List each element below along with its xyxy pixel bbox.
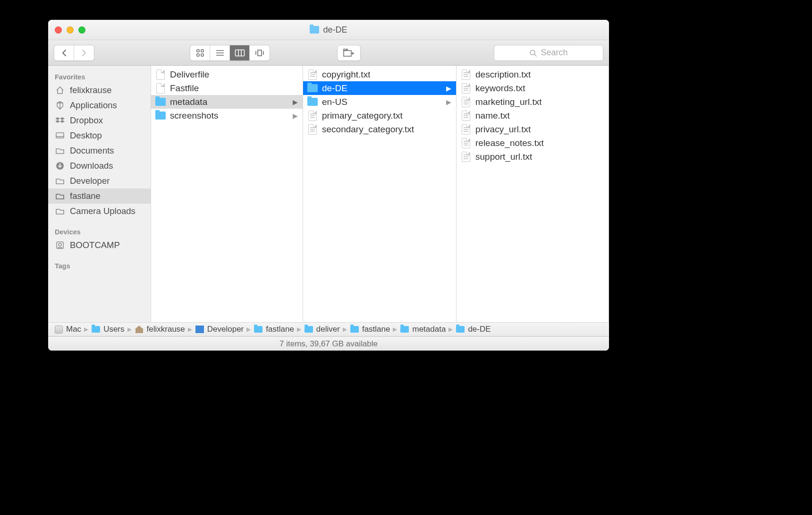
file-name: name.txt bbox=[475, 111, 510, 121]
folder-name: screenshots bbox=[170, 111, 218, 121]
disk-icon bbox=[54, 326, 63, 333]
text-file-icon bbox=[460, 97, 472, 107]
path-crumb[interactable]: deliver bbox=[304, 325, 340, 334]
sidebar-item-label: Applications bbox=[70, 100, 117, 111]
maximize-button[interactable] bbox=[78, 26, 85, 34]
folder-icon bbox=[55, 177, 65, 185]
path-crumb[interactable]: Users bbox=[91, 325, 124, 334]
status-bar: 7 items, 39,67 GB available bbox=[48, 336, 609, 351]
sidebar-item-fastlane[interactable]: fastlane bbox=[48, 189, 151, 204]
file-row[interactable]: copyright.txt bbox=[303, 68, 456, 81]
window-title-group: de-DE bbox=[48, 25, 609, 35]
path-crumb[interactable]: Mac bbox=[54, 325, 81, 334]
file-name: marketing_url.txt bbox=[475, 97, 541, 107]
svg-rect-0 bbox=[197, 50, 199, 52]
titlebar: de-DE bbox=[48, 20, 609, 40]
sidebar-item-bootcamp[interactable]: BOOTCAMP bbox=[48, 238, 151, 253]
file-row[interactable]: description.txt bbox=[457, 68, 609, 81]
folder-icon bbox=[400, 326, 409, 333]
file-row[interactable]: keywords.txt bbox=[457, 81, 609, 95]
folder-name: de-DE bbox=[322, 83, 347, 94]
svg-rect-2 bbox=[197, 54, 199, 56]
icon-view-button[interactable] bbox=[190, 45, 210, 60]
svg-line-17 bbox=[534, 54, 536, 56]
home-icon bbox=[55, 86, 65, 94]
forward-button[interactable] bbox=[74, 45, 94, 60]
search-field[interactable]: Search bbox=[494, 45, 603, 61]
sidebar: Favorites felixkrause Applications Dropb… bbox=[48, 66, 151, 322]
file-row[interactable]: support_url.txt bbox=[457, 150, 609, 163]
chevron-right-icon: ▶ bbox=[293, 98, 298, 106]
path-crumb[interactable]: felixkrause bbox=[135, 325, 185, 334]
window-controls bbox=[48, 26, 85, 34]
file-row[interactable]: secondary_category.txt bbox=[303, 122, 456, 136]
file-row[interactable]: primary_category.txt bbox=[303, 109, 456, 122]
sidebar-item-documents[interactable]: Documents bbox=[48, 143, 151, 158]
chevron-right-icon: ▶ bbox=[446, 98, 451, 106]
action-menu-button[interactable] bbox=[337, 45, 361, 61]
minimize-button[interactable] bbox=[67, 26, 74, 34]
path-crumb[interactable]: metadata bbox=[400, 325, 446, 334]
svg-point-22 bbox=[59, 243, 61, 246]
svg-rect-7 bbox=[235, 50, 244, 56]
sidebar-item-downloads[interactable]: Downloads bbox=[48, 158, 151, 173]
text-file-icon bbox=[460, 69, 472, 80]
sidebar-item-label: Downloads bbox=[70, 161, 113, 171]
path-crumb[interactable]: fastlane bbox=[350, 325, 390, 334]
sidebar-item-home[interactable]: felixkrause bbox=[48, 83, 151, 98]
list-view-button[interactable] bbox=[210, 45, 230, 60]
file-row[interactable]: privacy_url.txt bbox=[457, 122, 609, 136]
column-1: Deliverfile Fastfile metadata ▶ screensh… bbox=[151, 66, 303, 322]
sidebar-item-applications[interactable]: Applications bbox=[48, 98, 151, 113]
file-name: copyright.txt bbox=[322, 69, 370, 80]
file-row[interactable]: Fastfile bbox=[151, 81, 303, 95]
folder-row[interactable]: screenshots ▶ bbox=[151, 109, 303, 122]
file-name: Deliverfile bbox=[170, 69, 209, 80]
path-crumb[interactable]: fastlane bbox=[254, 325, 294, 334]
text-file-icon bbox=[460, 124, 472, 135]
toolbar: Search bbox=[48, 40, 609, 66]
sidebar-item-dropbox[interactable]: Dropbox bbox=[48, 113, 151, 128]
folder-row[interactable]: metadata ▶ bbox=[151, 95, 303, 109]
path-bar: Mac ▶ Users ▶ felixkrause ▶ Developer ▶ … bbox=[48, 322, 609, 336]
column-view-button[interactable] bbox=[230, 45, 250, 60]
view-mode-buttons bbox=[190, 45, 270, 61]
finder-window: de-DE bbox=[48, 20, 609, 351]
sidebar-item-desktop[interactable]: Desktop bbox=[48, 128, 151, 143]
file-row[interactable]: Deliverfile bbox=[151, 68, 303, 81]
svg-rect-3 bbox=[201, 54, 203, 56]
file-row[interactable]: name.txt bbox=[457, 109, 609, 122]
file-row[interactable]: release_notes.txt bbox=[457, 136, 609, 150]
folder-row[interactable]: en-US ▶ bbox=[303, 95, 456, 109]
file-name: privacy_url.txt bbox=[475, 124, 531, 135]
text-file-icon bbox=[307, 124, 318, 135]
text-file-icon bbox=[460, 111, 472, 121]
chevron-right-icon: ▶ bbox=[246, 326, 251, 333]
close-button[interactable] bbox=[55, 26, 62, 34]
svg-rect-10 bbox=[258, 50, 262, 56]
status-text: 7 items, 39,67 GB available bbox=[279, 339, 378, 349]
sidebar-item-camera-uploads[interactable]: Camera Uploads bbox=[48, 204, 151, 219]
folder-icon bbox=[350, 326, 359, 333]
path-crumb[interactable]: de-DE bbox=[456, 325, 491, 334]
file-row[interactable]: marketing_url.txt bbox=[457, 95, 609, 109]
text-file-icon bbox=[307, 111, 318, 121]
file-name: description.txt bbox=[475, 69, 531, 80]
folder-icon bbox=[155, 111, 166, 121]
chevron-right-icon: ▶ bbox=[188, 326, 192, 333]
chevron-right-icon: ▶ bbox=[127, 326, 132, 333]
file-icon bbox=[155, 83, 166, 94]
file-name: primary_category.txt bbox=[322, 111, 403, 121]
window-body: Favorites felixkrause Applications Dropb… bbox=[48, 66, 609, 322]
coverflow-view-button[interactable] bbox=[250, 45, 270, 60]
sidebar-item-developer[interactable]: Developer bbox=[48, 173, 151, 189]
text-file-icon bbox=[307, 69, 318, 80]
file-name: support_url.txt bbox=[475, 152, 532, 162]
back-button[interactable] bbox=[54, 45, 74, 60]
desktop-icon bbox=[55, 131, 65, 140]
folder-icon bbox=[91, 326, 101, 333]
path-crumb[interactable]: Developer bbox=[195, 325, 244, 334]
folder-row[interactable]: de-DE ▶ bbox=[303, 81, 456, 95]
column-browser: Deliverfile Fastfile metadata ▶ screensh… bbox=[151, 66, 609, 322]
folder-name: en-US bbox=[322, 97, 347, 107]
